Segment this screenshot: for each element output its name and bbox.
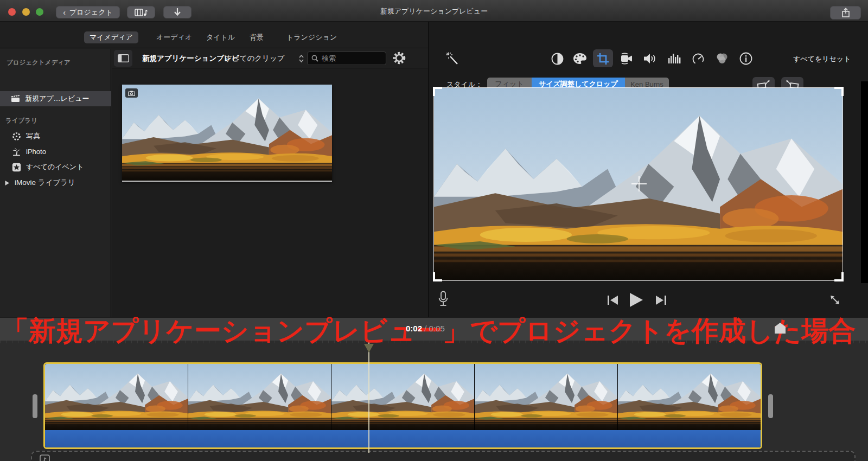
clip-filmstrip [45, 364, 761, 430]
filmstrip-frame [475, 364, 617, 430]
browser-settings-button[interactable] [392, 50, 407, 68]
color-correction-button[interactable] [573, 52, 587, 66]
browser-content [112, 68, 429, 317]
chevron-up-down-icon [298, 54, 304, 63]
project-media-header: プロジェクトメディア [7, 59, 71, 67]
sidebar-item-photos[interactable]: 写真 [12, 131, 40, 141]
sidebar-item-all-events[interactable]: すべてのイベント [12, 162, 84, 172]
clip-thumbnail-image [122, 85, 332, 181]
reset-all-button[interactable]: すべてをリセット [793, 54, 851, 64]
photos-flower-icon [12, 132, 21, 141]
crop-tool-button[interactable] [596, 52, 610, 66]
timeline-area [0, 341, 868, 461]
contrast-circle-icon [551, 53, 564, 65]
speedometer-icon [692, 53, 705, 65]
media-tabs: マイメディア オーディオ タイトル 背景 トランジション [0, 24, 429, 48]
search-field[interactable] [307, 52, 386, 65]
music-note-icon [40, 454, 52, 461]
time-display: 0:02 / 0:05 [406, 324, 445, 333]
palette-icon [573, 53, 587, 65]
sidebar-item-imovie-library[interactable]: iMovie ライブラリ [4, 178, 75, 188]
palm-tree-icon [12, 147, 21, 156]
speed-button[interactable] [691, 52, 705, 66]
time-current: 0:02 [406, 324, 422, 333]
library-header: ライブラリ [5, 117, 37, 125]
skip-forward-icon [655, 295, 667, 305]
fullscreen-diagonal-arrows-icon [828, 293, 841, 306]
enhance-button[interactable] [445, 52, 459, 66]
play-button[interactable] [629, 292, 643, 310]
volume-button[interactable] [643, 52, 658, 66]
voiceover-record-button[interactable] [437, 291, 449, 310]
disclosure-triangle-icon[interactable] [4, 180, 10, 186]
magic-wand-icon [445, 52, 459, 66]
time-total: 0:05 [429, 324, 445, 333]
equalizer-bars-icon [668, 53, 682, 64]
share-button[interactable] [830, 6, 861, 20]
sidebar-item-project[interactable]: 新規アプ…レビュー [0, 91, 111, 106]
search-icon [311, 55, 318, 62]
microphone-icon [437, 291, 449, 308]
color-balance-button[interactable] [550, 52, 564, 66]
stabilization-button[interactable] [620, 52, 634, 66]
noise-reduction-button[interactable] [668, 52, 682, 66]
filmstrip-frame [331, 364, 474, 430]
crop-icon [597, 53, 609, 65]
camera-icon [128, 91, 135, 96]
playhead[interactable] [368, 342, 369, 453]
filmstrip-frame [618, 364, 761, 430]
browser-clip-thumbnail[interactable] [122, 85, 332, 182]
viewer-background [861, 81, 868, 283]
clip-audio-waveform [45, 430, 761, 447]
skip-back-icon [607, 295, 618, 305]
viewer-preview-image[interactable] [434, 88, 843, 280]
crop-handle-bottom-left[interactable] [433, 272, 442, 281]
crop-handle-bottom-right[interactable] [834, 272, 844, 281]
crosshair-icon-vertical [639, 176, 640, 191]
window-title: 新規アプリケーションプレビュー [0, 7, 868, 16]
crop-handle-top-left[interactable] [433, 87, 442, 96]
project-item-label: 新規アプ…レビュー [25, 94, 90, 104]
skip-to-end-button[interactable] [655, 295, 667, 308]
skip-to-start-button[interactable] [607, 295, 618, 308]
clip-trim-handle-right[interactable] [768, 394, 773, 418]
clip-trim-handle-left[interactable] [33, 394, 37, 418]
clapperboard-icon [11, 95, 21, 103]
overlapping-circles-icon [715, 53, 729, 65]
filters-button[interactable] [715, 52, 729, 66]
media-panel: マイメディア オーディオ タイトル 背景 トランジション プロジェクトメディア … [0, 22, 429, 317]
titlebar: ‹ プロジェクト 新規アプリケーションプレビュー [0, 0, 868, 22]
camera-badge [125, 88, 138, 98]
search-input[interactable] [322, 54, 381, 62]
sidebar-item-iphoto[interactable]: iPhoto [12, 147, 46, 156]
tab-transitions[interactable]: トランジション [281, 31, 342, 43]
filmstrip-frame [45, 364, 188, 430]
dropdown-clip-filter: すべてのクリップ [225, 54, 285, 63]
fullscreen-button[interactable] [828, 293, 841, 309]
browser-header: 新規アプリケーションプレビ すべてのクリップ [112, 49, 429, 68]
play-icon [629, 292, 643, 308]
tab-backgrounds[interactable]: 背景 [244, 31, 269, 43]
info-icon [739, 52, 752, 65]
info-button[interactable] [739, 52, 753, 66]
crop-handle-top-right[interactable] [834, 87, 844, 96]
sidebar-toggle-button[interactable] [114, 50, 132, 67]
star-box-icon [12, 163, 21, 172]
background-music-well[interactable] [31, 451, 856, 461]
share-icon [841, 8, 850, 18]
clip-filter-dropdown[interactable]: 新規アプリケーションプレビ すべてのクリップ [142, 53, 305, 65]
timeline-clip[interactable] [43, 362, 762, 449]
sidebar-toggle-icon [118, 54, 129, 62]
video-camera-icon [620, 53, 634, 65]
gear-icon [392, 50, 407, 66]
tab-my-media[interactable]: マイメディア [84, 31, 138, 43]
tab-titles[interactable]: タイトル [201, 31, 240, 43]
tab-audio[interactable]: オーディオ [151, 31, 197, 43]
speaker-icon [643, 53, 658, 65]
library-sidebar: プロジェクトメディア 新規アプ…レビュー ライブラリ 写真 [0, 49, 111, 317]
filmstrip-frame [188, 364, 331, 430]
